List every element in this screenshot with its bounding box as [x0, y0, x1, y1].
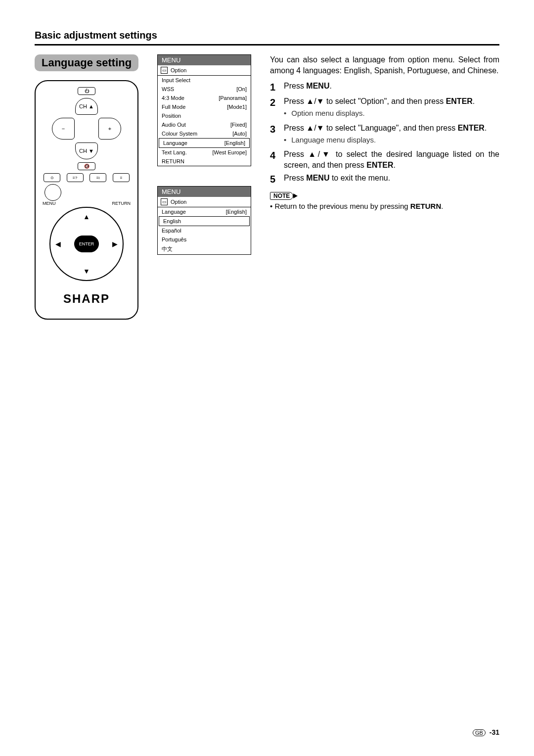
dpad-left-icon: ◀ — [55, 240, 61, 248]
step5-bold: MENU — [306, 174, 329, 182]
menu1-row: Input Select — [158, 76, 251, 85]
option-menu-box: MENU ▭ Option Input SelectWSS[On]4:3 Mod… — [157, 54, 251, 166]
option-icon: ▭ — [161, 198, 168, 205]
menu1-row-value: [Panorama] — [219, 95, 247, 101]
vol-plus-label: + — [108, 126, 111, 132]
channel-up-button: CH ▲ — [75, 98, 98, 115]
step3-bullet: Language menu displays. — [284, 135, 499, 145]
menu2-header-row: Language [English] — [158, 207, 251, 216]
step5-post: to exit the menu. — [329, 174, 390, 182]
step-number: 1 — [270, 81, 279, 94]
menu1-row-value: [Mode1] — [227, 104, 247, 110]
mute-button: 🔇 — [78, 162, 95, 170]
icon-button-3: ≡i — [89, 173, 106, 182]
menu2-option: English — [159, 216, 250, 226]
vol-minus-label: − — [62, 126, 65, 132]
step-3: 3 Press ▲/▼ to select "Language", and th… — [270, 123, 499, 147]
menu1-subtitle: Option — [171, 67, 186, 73]
step4-post: . — [393, 161, 395, 169]
menu1-row: Colour System[Auto] — [158, 129, 251, 138]
menu2-header-label: Language — [162, 209, 186, 215]
step-number: 3 — [270, 123, 279, 147]
menu1-row: Audio Out[Fixed] — [158, 120, 251, 129]
footer-page: -31 — [490, 728, 499, 736]
menu1-row-label: Language — [163, 140, 187, 146]
icon-button-4: ≡ — [113, 173, 130, 182]
dpad-right-icon: ▶ — [112, 240, 118, 248]
volume-down-button: − — [52, 118, 75, 140]
menu1-row-label: 4:3 Mode — [162, 95, 184, 101]
menu1-row-label: Text Lang. — [162, 149, 187, 155]
note-bold: RETURN — [410, 202, 442, 210]
step-4: 4 Press ▲/▼ to select the desired langua… — [270, 149, 499, 170]
menu1-row-value: [On] — [236, 86, 247, 92]
step-1: 1 Press MENU. — [270, 81, 499, 94]
icon-button-1: ⊙ — [44, 173, 60, 182]
menu1-row-label: RETURN — [162, 158, 184, 164]
menu1-title: MENU — [158, 55, 251, 65]
step2-pre: Press ▲/▼ to select "Option", and then p… — [284, 97, 446, 105]
instructions-column: You can also select a language from opti… — [270, 54, 499, 210]
menu2-option: 中文 — [158, 244, 251, 254]
step-5: 5 Press MENU to exit the menu. — [270, 173, 499, 186]
dpad-down-icon: ▼ — [83, 267, 90, 275]
intro-text: You can also select a language from opti… — [270, 54, 499, 77]
menu1-row-label: Audio Out — [162, 122, 186, 128]
menu1-subtitle-row: ▭ Option — [158, 65, 251, 76]
menu1-row: Full Mode[Mode1] — [158, 102, 251, 111]
menu1-row: Position — [158, 111, 251, 120]
step2-post: . — [473, 97, 475, 105]
step-number: 5 — [270, 173, 279, 186]
brand-logo: SHARP — [42, 292, 132, 306]
note-tag: NOTE — [270, 192, 293, 200]
dpad: ▲ ▼ ◀ ▶ ENTER — [49, 207, 124, 281]
menu2-subtitle: Option — [171, 199, 186, 205]
note-post: . — [441, 202, 443, 210]
menu2-option-label: Español — [162, 228, 181, 234]
menu1-row-label: Full Mode — [162, 104, 185, 110]
step5-pre: Press — [284, 174, 306, 182]
step1-bold: MENU — [306, 82, 329, 90]
menu2-option-label: 中文 — [162, 245, 173, 253]
step-number: 2 — [270, 96, 279, 121]
menu2-option: Português — [158, 235, 251, 244]
steps-list: 1 Press MENU. 2 Press ▲/▼ to select "Opt… — [270, 81, 499, 186]
step3-post: . — [485, 124, 487, 132]
menu1-row-label: Position — [162, 113, 181, 119]
footer-region: GB — [473, 729, 486, 736]
step1-pre: Press — [284, 82, 306, 90]
menu2-option: Español — [158, 226, 251, 235]
menu1-row-label: WSS — [162, 86, 174, 92]
step4-bold: ENTER — [366, 161, 393, 169]
menu2-subtitle-row: ▭ Option — [158, 197, 251, 207]
divider — [35, 44, 499, 46]
menu2-option-label: Português — [162, 236, 186, 242]
channel-down-button: CH ▼ — [75, 142, 98, 159]
step3-pre: Press ▲/▼ to select "Language", and then… — [284, 124, 458, 132]
enter-button: ENTER — [74, 236, 99, 252]
step2-bullet: Option menu displays. — [284, 108, 499, 118]
dpad-up-icon: ▲ — [83, 213, 90, 221]
step-2: 2 Press ▲/▼ to select "Option", and then… — [270, 96, 499, 121]
menu2-title: MENU — [158, 187, 251, 197]
menu1-row-label: Colour System — [162, 131, 197, 137]
step-number: 4 — [270, 149, 279, 170]
language-menu-box: MENU ▭ Option Language [English] English… — [157, 186, 251, 255]
remote-illustration: ⏻ CH ▲ − + CH ▼ 🔇 ⊙ ≡? ≡i ≡ MENU RETURN — [35, 80, 138, 320]
menu-column: MENU ▭ Option Input SelectWSS[On]4:3 Mod… — [157, 54, 256, 255]
menu1-row-label: Input Select — [162, 77, 190, 83]
menu1-row: Language[English] — [159, 138, 250, 148]
menu-circle-button — [44, 184, 61, 201]
menu1-row: 4:3 Mode[Panorama] — [158, 94, 251, 102]
content-columns: Language setting ⏻ CH ▲ − + CH ▼ 🔇 ⊙ ≡? … — [35, 54, 499, 320]
volume-up-button: + — [98, 118, 121, 140]
menu2-header-value: [English] — [226, 209, 247, 215]
option-icon: ▭ — [161, 67, 168, 74]
menu1-row-value: [English] — [224, 140, 245, 146]
menu1-row-value: [Fixed] — [230, 122, 247, 128]
section-title: Basic adjustment settings — [35, 30, 499, 41]
menu1-row: WSS[On] — [158, 85, 251, 94]
top-small-button: ⏻ — [78, 87, 95, 95]
step1-post: . — [329, 82, 331, 90]
note-text: Return to the previous menu by pressing … — [270, 202, 499, 210]
